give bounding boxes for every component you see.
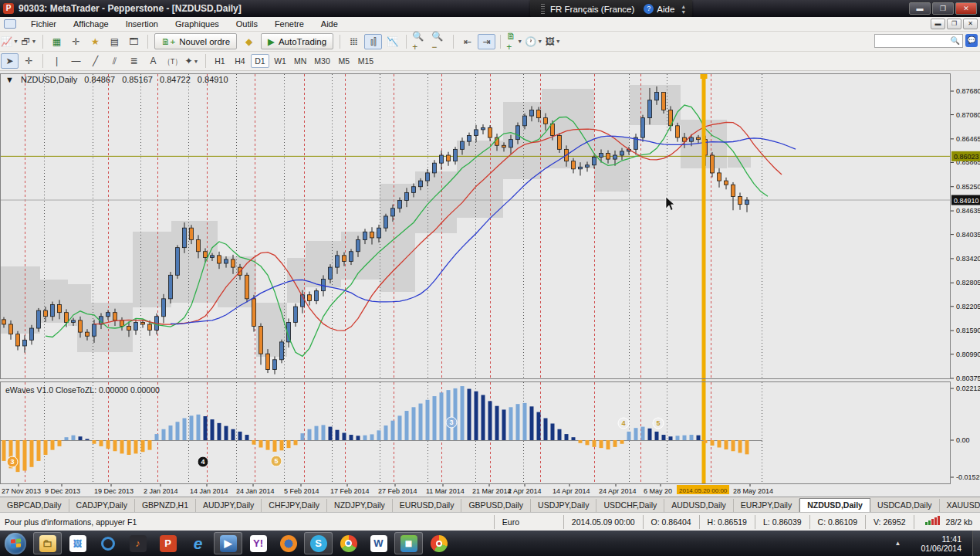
text-tool-icon[interactable]: A bbox=[144, 53, 162, 69]
expert-advisors-icon[interactable]: ◆ bbox=[240, 34, 258, 49]
chart-tab-gbpusd[interactable]: GBPUSD,Daily bbox=[461, 499, 531, 512]
child-close-button[interactable]: ✕ bbox=[963, 19, 978, 29]
chart-tab-audjpy[interactable]: AUDJPY,Daily bbox=[196, 499, 262, 512]
media-center-taskbar-icon[interactable] bbox=[424, 532, 453, 554]
tray-expand-icon[interactable]: ▲ bbox=[895, 540, 901, 547]
fibonacci-tool-icon[interactable]: ≣ bbox=[125, 53, 143, 69]
language-help-label[interactable]: Aide bbox=[657, 5, 674, 14]
text-label-tool-icon[interactable]: 🄣 bbox=[164, 53, 181, 69]
chart-tab-usdchf[interactable]: USDCHF,Daily bbox=[596, 499, 664, 512]
new-chart-button[interactable]: 📈▼ bbox=[1, 34, 19, 49]
menu-graphiques[interactable]: Graphiques bbox=[167, 19, 228, 29]
yahoo-messenger-taskbar-icon[interactable]: Y! bbox=[244, 532, 272, 554]
menu-fichier[interactable]: Fichier bbox=[22, 19, 65, 29]
strategy-tester-icon[interactable]: 🗔 bbox=[125, 34, 143, 49]
svg-text:2014.05.20 00:00: 2014.05.20 00:00 bbox=[679, 487, 728, 494]
chrome-taskbar-icon[interactable] bbox=[334, 532, 363, 554]
show-desktop-button[interactable] bbox=[972, 531, 980, 556]
crosshair-tool-icon[interactable]: ✛ bbox=[20, 53, 38, 69]
chart-tab-eurjpy[interactable]: EURJPY,Daily bbox=[734, 499, 799, 512]
zoom-in-icon[interactable]: 🔍+ bbox=[411, 34, 429, 49]
arrows-tool-icon[interactable]: ✦▼ bbox=[183, 53, 201, 69]
navigator-icon[interactable]: ★ bbox=[86, 34, 104, 49]
timeframe-m5[interactable]: M5 bbox=[335, 54, 353, 68]
chart-tab-eurusd[interactable]: EURUSD,Daily bbox=[393, 499, 462, 512]
chart-tab-usdcad[interactable]: USDCAD,Daily bbox=[870, 499, 940, 512]
line-chart-mode-icon[interactable]: 📉 bbox=[384, 34, 401, 49]
taskbar-clock[interactable]: 11:41 01/06/2014 bbox=[921, 534, 961, 553]
language-bar-options-icon[interactable]: ▲▼ bbox=[681, 4, 686, 15]
menu-affichage[interactable]: Affichage bbox=[65, 19, 117, 29]
chart-tab-audusd[interactable]: AUDUSD,Daily bbox=[664, 499, 734, 512]
timeframe-h1[interactable]: H1 bbox=[211, 54, 229, 68]
internet-explorer-taskbar-icon[interactable]: e bbox=[184, 532, 212, 554]
start-button[interactable] bbox=[5, 533, 26, 554]
windows-explorer-taskbar-icon[interactable]: 🗀 bbox=[33, 532, 62, 554]
candle-body bbox=[558, 136, 562, 150]
menu-fenetre[interactable]: Fenetre bbox=[266, 19, 313, 29]
minimize-button[interactable]: ▬ bbox=[909, 2, 931, 15]
word-taskbar-icon[interactable]: W bbox=[364, 532, 393, 554]
equidistant-channel-tool-icon[interactable]: ⫽ bbox=[106, 53, 123, 69]
new-order-button[interactable]: 🗎+ Nouvel ordre bbox=[154, 33, 237, 49]
vertical-line-tool-icon[interactable]: | bbox=[48, 53, 66, 69]
timeframe-m30[interactable]: M30 bbox=[311, 54, 333, 68]
chart-tab-usdjpy[interactable]: USDJPY,Daily bbox=[531, 499, 596, 512]
chart-tab-xauusd[interactable]: XAUUSD,Daily bbox=[940, 499, 980, 512]
vertical-timeline[interactable] bbox=[702, 74, 706, 483]
collapse-arrow-icon[interactable]: ▼ bbox=[5, 75, 14, 84]
close-button[interactable]: ✕ bbox=[955, 2, 977, 15]
language-bar[interactable]: FR Français (France) ? Aide ▲▼ bbox=[530, 0, 692, 18]
photo-viewer-taskbar-icon[interactable]: 🖼 bbox=[63, 532, 92, 554]
help-icon[interactable]: ? bbox=[644, 4, 654, 14]
menu-insertion[interactable]: Insertion bbox=[117, 19, 167, 29]
chart-tab-nzdusd[interactable]: NZDUSD,Daily bbox=[799, 498, 870, 512]
profiles-button[interactable]: 🗗▼ bbox=[20, 34, 38, 49]
chart-tab-chfjpy[interactable]: CHFJPY,Daily bbox=[262, 499, 327, 512]
language-label[interactable]: FR Français (France) bbox=[550, 5, 634, 14]
child-minimize-button[interactable]: ▬ bbox=[931, 19, 945, 29]
chart-tab-cadjpy[interactable]: CADJPY,Daily bbox=[69, 499, 135, 512]
autotrading-button[interactable]: ▶ AutoTrading bbox=[261, 33, 333, 49]
market-watch-icon[interactable]: ▦ bbox=[48, 34, 66, 49]
terminal-icon[interactable]: ▤ bbox=[106, 34, 123, 49]
trendline-tool-icon[interactable]: ╱ bbox=[86, 53, 104, 69]
menu-outils[interactable]: Outils bbox=[228, 19, 266, 29]
chart-tab-gbpcad[interactable]: GBPCAD,Daily bbox=[0, 499, 69, 512]
chart-tab-gbpnzd[interactable]: GBPNZD,H1 bbox=[135, 499, 196, 512]
templates-button[interactable]: 🖼▼ bbox=[544, 34, 562, 49]
horizontal-line-tool-icon[interactable]: — bbox=[67, 53, 85, 69]
timeframe-mn[interactable]: MN bbox=[291, 54, 309, 68]
auto-scroll-icon[interactable]: ⇤ bbox=[458, 34, 476, 49]
powerpoint-taskbar-icon[interactable]: P bbox=[154, 532, 182, 554]
search-icon[interactable]: 🔍 bbox=[951, 36, 960, 45]
zoom-out-icon[interactable]: 🔍− bbox=[431, 34, 448, 49]
price-chart[interactable]: 3453450.876800.870800.864650.858650.8525… bbox=[0, 71, 980, 497]
skype-taskbar-icon[interactable]: S bbox=[304, 532, 333, 554]
community-icon[interactable]: 💬 bbox=[965, 34, 978, 47]
maximize-button[interactable]: ❐ bbox=[932, 2, 954, 15]
timeframe-h4[interactable]: H4 bbox=[231, 54, 249, 68]
timeframe-w1[interactable]: W1 bbox=[271, 54, 289, 68]
firefox-taskbar-icon[interactable] bbox=[274, 532, 302, 554]
child-restore-button[interactable]: ❐ bbox=[947, 19, 961, 29]
media-app-taskbar-icon[interactable]: ♪ bbox=[123, 532, 152, 554]
periods-button[interactable]: 🕐▼ bbox=[525, 34, 542, 49]
indicator-bar bbox=[44, 440, 48, 455]
chart-shift-icon[interactable]: ⇥ bbox=[478, 34, 495, 49]
chart-area[interactable]: 3453450.876800.870800.864650.858650.8525… bbox=[0, 71, 980, 497]
data-window-icon[interactable]: ✛ bbox=[67, 34, 85, 49]
indicators-button[interactable]: 🗎+▼ bbox=[505, 34, 523, 49]
language-bar-grip[interactable] bbox=[541, 4, 545, 15]
candlestick-mode-icon[interactable]: ⫾⫿ bbox=[364, 34, 382, 49]
cursor-tool-icon[interactable]: ➤ bbox=[1, 53, 19, 69]
menu-aide[interactable]: Aide bbox=[313, 19, 346, 29]
sync-app-taskbar-icon[interactable] bbox=[93, 532, 122, 554]
indicator-bar bbox=[23, 440, 27, 471]
office-tool-taskbar-icon[interactable]: ▦ bbox=[394, 532, 423, 554]
chart-tab-nzdjpy[interactable]: NZDJPY,Daily bbox=[327, 499, 393, 512]
timeframe-m15[interactable]: M15 bbox=[355, 54, 377, 68]
timeframe-d1[interactable]: D1 bbox=[251, 54, 269, 68]
bar-chart-mode-icon[interactable]: 𝍖 bbox=[345, 34, 363, 49]
windows-media-player-taskbar-icon[interactable]: ▶ bbox=[214, 532, 242, 554]
